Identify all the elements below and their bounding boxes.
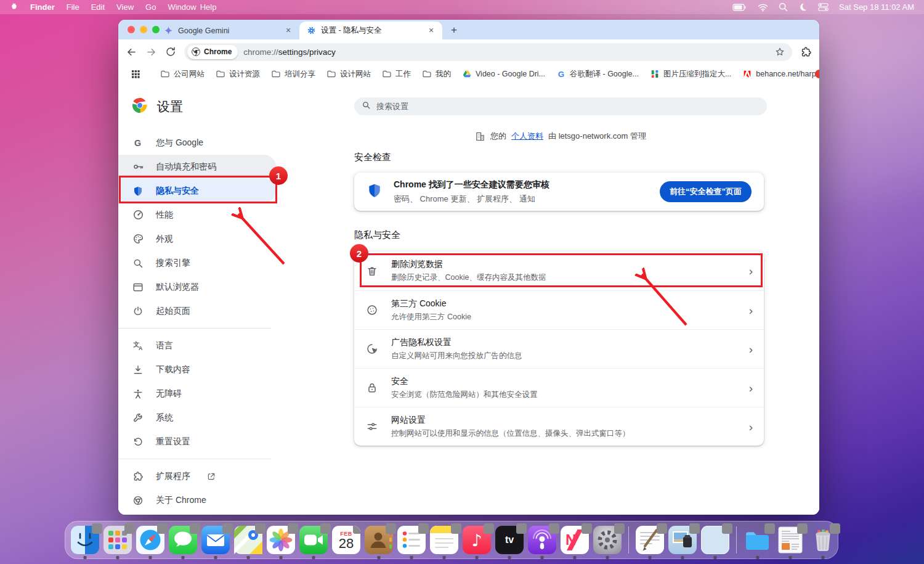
dock-contacts[interactable] [365,526,393,554]
dock-finder[interactable] [71,526,99,554]
dock-maps[interactable] [234,526,262,554]
site-chip[interactable]: Chrome [187,45,238,59]
window-minimize-button[interactable] [140,26,147,33]
sidebar-item-extensions[interactable]: 扩展程序 [118,464,276,488]
row-site-settings[interactable]: 网站设置控制网站可以使用和显示的信息（位置信息、摄像头、弹出式窗口等） › [354,407,764,446]
forward-button[interactable] [145,46,157,58]
window-close-button[interactable] [128,26,135,33]
dock-photos[interactable] [267,526,295,554]
tab-google-gemini[interactable]: Google Gemini × [156,22,299,39]
search-icon[interactable] [779,2,788,12]
tab-settings-privacy[interactable]: 设置 - 隐私与安全 × [299,22,442,39]
sidebar-item-accessibility[interactable]: 无障碍 [118,382,276,406]
browser-window-icon [132,282,144,293]
row-third-party-cookies[interactable]: 第三方 Cookie允许使用第三方 Cookie › [354,290,764,329]
sidebar-item-system[interactable]: 系统 [118,406,276,430]
bookmark-folder[interactable]: 工作 [377,67,416,81]
sidebar-item-default-browser[interactable]: 默认浏览器 [118,275,276,299]
window-zoom-button[interactable] [152,26,160,33]
bookmark-folder[interactable]: 我的 [417,67,456,81]
sidebar-item-search-engine[interactable]: 搜索引擎 [118,251,276,275]
bookmark-folder[interactable]: 设计网站 [322,67,376,81]
new-tab-button[interactable]: + [446,22,462,38]
dock-textedit[interactable] [636,526,664,554]
bookmark-star-icon[interactable] [775,47,785,57]
dock-separator [628,526,629,554]
apple-icon [10,1,18,11]
dock-music[interactable]: ♪ [463,526,491,554]
address-bar[interactable]: Chrome chrome://settings/privacy [184,43,792,61]
row-security[interactable]: 安全安全浏览（防范危险网站）和其他安全设置 › [354,368,764,407]
bookmark-folder[interactable]: 设计资源 [211,67,265,81]
bookmark-google-drive[interactable]: Video - Google Dri... [457,67,550,81]
dock-messages[interactable] [169,526,197,554]
dock-notes[interactable] [430,526,458,554]
dock-mail[interactable] [201,526,230,554]
settings-gear-icon [307,26,316,35]
menu-item-go[interactable]: Go [145,2,156,12]
dock-launchpad[interactable] [103,526,132,554]
sidebar-item-appearance[interactable]: 外观 [118,227,276,251]
apple-menu[interactable] [10,1,18,13]
wifi-icon[interactable] [758,3,768,12]
dock-document[interactable] [776,526,804,554]
profile-link[interactable]: 个人资料 [511,131,543,142]
settings-search[interactable] [354,97,767,115]
dock-preview[interactable] [668,526,697,554]
sidebar-item-about-chrome[interactable]: 关于 Chrome [118,488,276,512]
dock-facetime[interactable] [299,526,328,554]
dock-calendar[interactable]: FEB28 [332,526,360,554]
menu-item-help[interactable]: Help [200,2,217,12]
sidebar-item-reset[interactable]: 重置设置 [118,430,276,454]
menu-bar: Finder File Edit View Go Window Help Sat… [0,0,924,14]
extensions-puzzle-icon[interactable] [800,46,812,58]
search-input[interactable] [376,102,760,111]
dock-blank-app[interactable] [701,526,729,554]
safety-card-subtitle: 密码、 Chrome 更新、 扩展程序、 通知 [394,194,549,205]
menu-bar-clock[interactable]: Sat Sep 18 11:02 AM [839,2,914,12]
go-safety-check-button[interactable]: 前往“安全检查”页面 [660,181,752,202]
dock-apple-tv[interactable]: tv [495,526,524,554]
menu-item-finder[interactable]: Finder [30,2,55,12]
power-icon [132,306,144,317]
bookmark-google-translate[interactable]: G谷歌翻译 - Google... [551,67,644,81]
trash-icon [365,265,379,277]
dock-system-settings[interactable] [593,526,622,554]
dock-reminders[interactable] [397,526,426,554]
tab-close-icon[interactable]: × [283,26,293,36]
apps-grid-icon[interactable] [126,67,145,81]
sidebar-item-privacy-security[interactable]: 隐私与安全 [118,179,276,203]
row-clear-browsing-data[interactable]: 删除浏览数据删除历史记录、Cookie、缓存内容及其他数据 › [354,251,764,290]
bookmark-image-compress[interactable]: 图片压缩到指定大... [645,67,736,81]
dock-downloads-folder[interactable] [744,526,772,554]
dock-podcasts[interactable] [528,526,556,554]
reload-button[interactable] [165,46,176,57]
control-center-icon[interactable] [818,2,829,12]
magnifier-icon [132,258,144,269]
dock-trash[interactable] [809,526,837,554]
menu-item-window[interactable]: Window [168,2,196,12]
back-button[interactable] [126,46,137,58]
bookmark-folder[interactable]: 公司网站 [155,67,209,81]
dock-news[interactable]: N [561,526,589,554]
dock-safari[interactable] [136,526,164,554]
row-ad-privacy[interactable]: 广告隐私权设置自定义网站可用来向您投放广告的信息 › [354,329,764,368]
menu-item-view[interactable]: View [116,2,134,12]
sidebar-item-you-and-google[interactable]: G 您与 Google [118,131,276,155]
menu-item-edit[interactable]: Edit [91,2,105,12]
sidebar-item-downloads[interactable]: 下载内容 [118,358,276,382]
menu-item-file[interactable]: File [67,2,79,12]
tab-close-icon[interactable]: × [426,26,436,36]
sidebar-item-performance[interactable]: 性能 [118,203,276,227]
bookmark-behance[interactable]: behance.net/harp... [737,67,819,81]
finder-icon [71,526,99,554]
sidebar-item-languages[interactable]: 文A 语言 [118,333,276,358]
sidebar-item-autofill[interactable]: 自动填充和密码 [118,155,276,179]
folder-icon [160,69,170,79]
bookmark-folder[interactable]: 培训分享 [266,67,320,81]
url-text[interactable]: chrome://settings/privacy [243,47,335,57]
battery-icon[interactable] [732,3,747,12]
sidebar-item-on-startup[interactable]: 起始页面 [118,299,276,323]
moon-icon[interactable] [798,2,808,12]
building-icon [475,131,485,142]
